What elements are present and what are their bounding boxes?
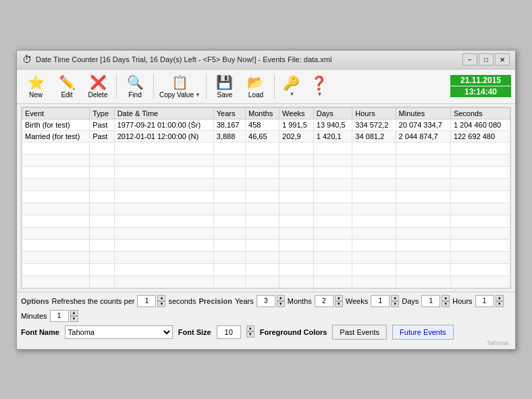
options-row: Options Refreshes the counts per ▲ ▼ sec… <box>21 295 511 322</box>
help-dropdown-arrow: ▼ <box>317 91 322 97</box>
maximize-button[interactable]: □ <box>479 53 494 65</box>
hours-down-arrow[interactable]: ▼ <box>496 301 504 307</box>
bottom-panel: Options Refreshes the counts per ▲ ▼ sec… <box>17 292 515 349</box>
toolbar: ⭐ New ✏️ Edit ❌ Delete 🔍 Find 📋 Copy Val… <box>17 70 515 104</box>
save-button[interactable]: 💾 Save <box>210 72 240 101</box>
close-button[interactable]: ✕ <box>495 53 510 65</box>
key-dropdown-arrow: ▼ <box>289 91 294 97</box>
empty-row <box>22 166 510 178</box>
days-input[interactable] <box>421 295 440 307</box>
new-icon: ⭐ <box>28 74 45 90</box>
col-months: Months <box>246 107 280 119</box>
font-size-label: Font Size <box>178 328 211 336</box>
empty-row <box>22 142 510 154</box>
font-size-down-arrow[interactable]: ▼ <box>246 331 255 338</box>
help-icon: ❓ <box>311 75 327 91</box>
empty-row <box>22 215 510 227</box>
weeks-up-arrow[interactable]: ▲ <box>391 295 399 301</box>
table-row[interactable]: Birth (for test)Past1977-09-21 01:00:00 … <box>22 119 510 130</box>
months-precision-label: Months <box>288 297 312 305</box>
title-bar: ⏱ Date Time Counter [16 Days Trial, 16 D… <box>17 51 515 70</box>
key-button[interactable]: 🔑 ▼ <box>278 73 304 99</box>
options-label: Options <box>21 297 49 305</box>
col-datetime: Date & Time <box>114 107 213 119</box>
future-events-button[interactable]: Future Events <box>392 325 453 340</box>
minutes-up-arrow[interactable]: ▲ <box>70 310 78 316</box>
empty-row <box>22 239 510 251</box>
app-icon: ⏱ <box>22 54 32 65</box>
empty-row <box>22 190 510 203</box>
edit-button[interactable]: ✏️ Edit <box>52 72 82 101</box>
find-button[interactable]: 🔍 Find <box>120 72 150 101</box>
empty-row <box>22 251 510 263</box>
edit-icon: ✏️ <box>59 74 76 90</box>
hours-up-arrow[interactable]: ▲ <box>496 295 504 301</box>
col-event: Event <box>22 107 90 119</box>
minutes-input[interactable] <box>50 310 69 322</box>
minutes-spinner: ▲ ▼ <box>50 310 78 322</box>
seconds-label: seconds <box>168 297 196 305</box>
empty-row <box>22 275 510 288</box>
font-size-up-arrow[interactable]: ▲ <box>246 325 255 331</box>
toolbar-sep-4 <box>274 74 275 99</box>
weeks-input[interactable] <box>371 295 390 307</box>
days-up-arrow[interactable]: ▲ <box>442 295 450 301</box>
empty-row <box>22 154 510 166</box>
empty-row <box>22 263 510 275</box>
font-row: Font Name Tahoma Font Size ▲ ▼ Foregroun… <box>21 325 511 340</box>
help-button[interactable]: ❓ ▼ <box>306 73 332 99</box>
toolbar-sep-3 <box>206 74 207 99</box>
hours-input[interactable] <box>475 295 494 307</box>
months-input[interactable] <box>315 295 334 307</box>
col-minutes: Minutes <box>396 107 450 119</box>
empty-row <box>22 178 510 190</box>
minutes-down-arrow[interactable]: ▼ <box>70 316 78 322</box>
datetime-display: 21.11.2015 13:14:40 <box>450 75 511 97</box>
days-down-arrow[interactable]: ▼ <box>442 301 450 307</box>
days-spinner: ▲ ▼ <box>421 295 450 307</box>
empty-row <box>22 227 510 239</box>
delete-button[interactable]: ❌ Delete <box>83 72 113 101</box>
col-years: Years <box>213 107 245 119</box>
font-name-select[interactable]: Tahoma <box>65 325 173 339</box>
past-events-button[interactable]: Past Events <box>332 325 387 340</box>
toolbar-sep-1 <box>116 74 117 99</box>
copy-label: Copy Value <box>159 91 194 99</box>
foreground-colors-label: Foreground Colors <box>260 328 327 336</box>
copy-value-button[interactable]: 📋 Copy Value ▼ <box>157 72 203 101</box>
load-button[interactable]: 📂 Load <box>241 72 271 101</box>
months-up-arrow[interactable]: ▲ <box>335 295 343 301</box>
current-time: 13:14:40 <box>450 86 511 97</box>
window-title: Date Time Counter [16 Days Trial, 16 Day… <box>36 55 331 63</box>
col-weeks: Weeks <box>280 107 314 119</box>
font-size-input[interactable] <box>217 325 241 339</box>
refresh-spinner: ▲ ▼ <box>137 295 165 307</box>
toolbar-sep-2 <box>153 74 154 99</box>
delete-icon: ❌ <box>90 74 107 90</box>
col-type: Type <box>90 107 114 119</box>
minimize-button[interactable]: − <box>462 53 477 65</box>
hours-spinner: ▲ ▼ <box>475 295 504 307</box>
col-hours: Hours <box>352 107 396 119</box>
copy-icon: 📋 <box>171 74 188 90</box>
years-down-arrow[interactable]: ▼ <box>277 301 285 307</box>
years-input[interactable] <box>257 295 275 307</box>
events-table: Event Type Date & Time Years Months Week… <box>22 107 510 288</box>
refresh-down-arrow[interactable]: ▼ <box>157 301 165 307</box>
table-row[interactable]: Married (for test)Past2012-01-01 12:00:0… <box>22 130 510 142</box>
new-button[interactable]: ⭐ New <box>21 72 51 101</box>
events-table-area: Event Type Date & Time Years Months Week… <box>21 107 511 289</box>
months-down-arrow[interactable]: ▼ <box>335 301 343 307</box>
font-name-label: Font Name <box>21 328 59 336</box>
empty-row <box>22 203 510 215</box>
refreshes-label: Refreshes the counts per <box>52 297 135 305</box>
refresh-up-arrow[interactable]: ▲ <box>157 295 165 301</box>
save-icon: 💾 <box>216 74 233 90</box>
weeks-spinner: ▲ ▼ <box>371 295 399 307</box>
refresh-input[interactable] <box>137 295 156 307</box>
col-days: Days <box>313 107 352 119</box>
years-up-arrow[interactable]: ▲ <box>277 295 285 301</box>
col-seconds: Seconds <box>450 107 510 119</box>
years-spinner: ▲ ▼ <box>257 295 285 307</box>
weeks-down-arrow[interactable]: ▼ <box>391 301 399 307</box>
